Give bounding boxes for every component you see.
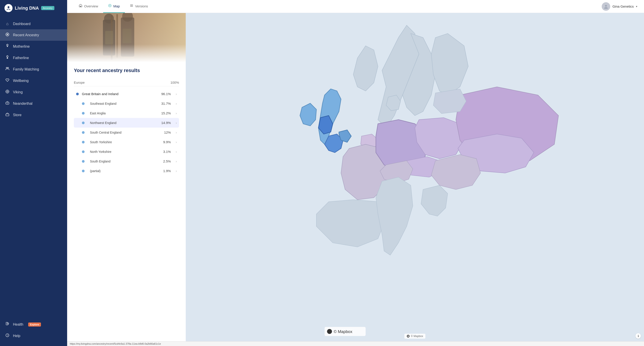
sidebar-item-label: Wellbeing <box>13 79 29 83</box>
ancestry-chevron-right: › <box>176 92 177 96</box>
svg-point-5 <box>6 67 8 68</box>
ancestry-dot <box>82 160 84 163</box>
sidebar-item-health[interactable]: Health Explore <box>0 319 67 330</box>
sidebar-item-label: Dashboard <box>13 22 30 26</box>
svg-point-2 <box>7 34 8 35</box>
svg-point-23 <box>605 5 607 7</box>
sidebar-item-label: Viking <box>13 90 22 94</box>
list-item[interactable]: South England 2.5% › <box>74 156 179 166</box>
tab-overview-label: Overview <box>84 4 98 8</box>
sidebar-item-help[interactable]: ? Help <box>0 330 67 342</box>
list-item-highlighted[interactable]: Northwest England 14.9% › <box>74 118 179 128</box>
tab-map[interactable]: Map <box>103 0 125 13</box>
map-info-button[interactable]: ℹ <box>636 333 641 338</box>
health-icon <box>5 322 10 327</box>
ancestry-label: Northwest England <box>88 121 158 125</box>
tab-overview[interactable]: Overview <box>74 0 103 13</box>
ancestry-main-pct: 96.1% <box>161 92 171 96</box>
sidebar-item-viking[interactable]: Viking <box>0 86 67 98</box>
sidebar-item-family-matching[interactable]: Family Matching <box>0 64 67 75</box>
ancestry-dot <box>82 112 84 114</box>
ancestry-dot <box>82 131 84 134</box>
results-panel: Your recent ancestry results Europe 100%… <box>67 13 186 341</box>
europe-map: © Mapbox <box>186 13 644 341</box>
sidebar-item-label: Help <box>13 334 20 338</box>
sidebar-item-label: Fatherline <box>13 56 29 60</box>
sidebar-item-store[interactable]: Store <box>0 109 67 121</box>
tab-versions-label: Versions <box>135 4 148 8</box>
user-name: Gina Genetics <box>612 4 634 8</box>
sidebar-item-fatherline[interactable]: Fatherline <box>0 52 67 64</box>
sidebar-item-dashboard[interactable]: ⌂ Dashboard <box>0 18 67 29</box>
chevron-right-icon: › <box>176 140 177 144</box>
ancestry-label: South Central England <box>88 131 161 134</box>
ancestry-pct: 1.9% <box>163 169 171 173</box>
explore-badge: Explore <box>28 322 41 326</box>
user-menu-chevron: ▾ <box>636 5 637 8</box>
logo-badge: Ancestry <box>41 6 54 10</box>
svg-point-36 <box>327 329 332 334</box>
ancestry-pct: 2.5% <box>163 159 171 163</box>
ancestry-dot <box>76 93 79 95</box>
sidebar-item-neanderthal[interactable]: Neanderthal <box>0 98 67 109</box>
hero-fade <box>67 44 186 62</box>
dashboard-icon: ⌂ <box>5 22 10 26</box>
ancestry-main-label: Great Britain and Ireland <box>82 92 158 96</box>
help-icon: ? <box>5 333 10 338</box>
sidebar-item-recent-ancestry[interactable]: Recent Ancestry <box>0 29 67 41</box>
sidebar-item-label: Neanderthal <box>13 102 32 106</box>
list-item[interactable]: North Yorkshire 3.1% › <box>74 147 179 156</box>
sidebar-health-label: Health <box>13 322 23 326</box>
logo-text: Living DNA <box>15 6 39 11</box>
ancestry-dot <box>82 150 84 153</box>
fatherline-icon <box>5 55 10 60</box>
ancestry-pct: 12% <box>164 130 171 134</box>
map-container[interactable]: © Mapbox © Mapbox ℹ <box>186 13 644 341</box>
sidebar-item-label: Store <box>13 113 22 117</box>
viking-icon <box>5 90 10 95</box>
list-item[interactable]: Southeast England 31.7% › <box>74 99 179 108</box>
sidebar-item-wellbeing[interactable]: Wellbeing <box>0 75 67 86</box>
map-area[interactable]: © Mapbox © Mapbox ℹ <box>186 13 644 341</box>
svg-point-10 <box>7 102 8 104</box>
content-area: Your recent ancestry results Europe 100%… <box>67 13 644 341</box>
svg-point-3 <box>7 44 8 46</box>
mapbox-text: © Mapbox <box>411 334 423 338</box>
ancestry-pct: 3.1% <box>163 150 171 154</box>
svg-point-39 <box>408 336 409 337</box>
tab-versions[interactable]: Versions <box>125 0 153 13</box>
svg-point-19 <box>110 5 110 6</box>
list-item[interactable]: South Yorkshire 9.9% › <box>74 137 179 147</box>
svg-point-0 <box>8 6 10 8</box>
chevron-right-icon: › <box>176 150 177 154</box>
list-item[interactable]: East Anglia 15.2% › <box>74 108 179 118</box>
ancestry-main-group[interactable]: Great Britain and Ireland 96.1% › <box>74 89 179 99</box>
ancestry-dot <box>82 170 84 172</box>
svg-point-6 <box>8 67 9 68</box>
chevron-right-icon: › <box>176 131 177 134</box>
list-item[interactable]: (partial) 1.9% › <box>74 166 179 176</box>
store-icon <box>5 112 10 118</box>
chevron-right-icon: › <box>176 169 177 173</box>
svg-text:?: ? <box>7 334 8 337</box>
tab-bar: Overview Map <box>74 0 602 13</box>
tab-map-label: Map <box>114 4 120 8</box>
ancestry-label: South Yorkshire <box>88 140 160 144</box>
chevron-right-icon: › <box>176 121 177 125</box>
region-header: Europe 100% <box>74 79 179 86</box>
wellbeing-icon <box>5 78 10 83</box>
mapbox-logo: © Mapbox <box>404 334 426 338</box>
main-area: Overview Map <box>67 0 644 346</box>
sidebar-bottom: Health Explore ? Help <box>0 316 67 346</box>
ancestry-pct: 15.2% <box>161 111 171 115</box>
results-title: Your recent ancestry results <box>74 68 179 74</box>
sidebar-item-motherline[interactable]: Motherline <box>0 41 67 52</box>
user-menu[interactable]: Gina Genetics ▾ <box>602 2 637 11</box>
ancestry-dot <box>82 122 84 124</box>
ancestry-dot <box>82 141 84 144</box>
versions-tab-icon <box>130 4 133 8</box>
list-item[interactable]: South Central England 12% › <box>74 128 179 137</box>
sidebar-navigation: ⌂ Dashboard Recent Ancestry Motherline <box>0 16 67 316</box>
url-bar: https://my.livingdna.com/ancestry/recent… <box>67 341 644 346</box>
region-label: Europe <box>74 80 84 84</box>
